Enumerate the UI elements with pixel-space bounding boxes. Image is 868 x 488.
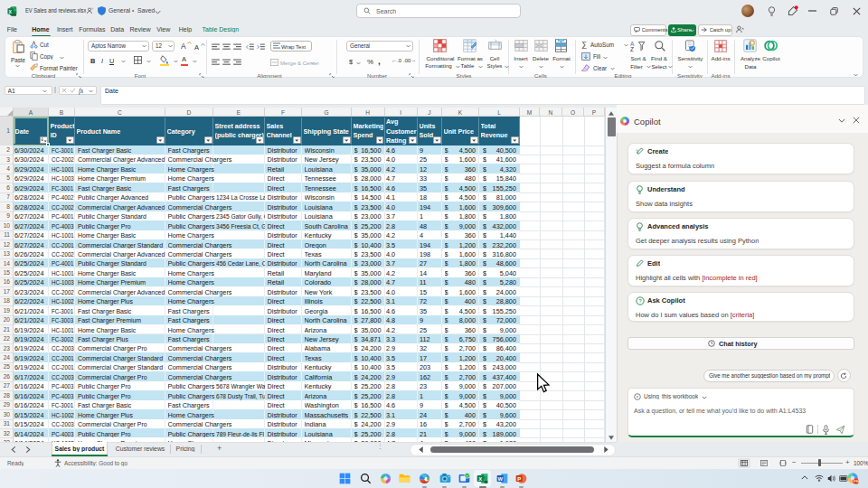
svg-text:Z: Z xyxy=(630,46,634,52)
svg-text:X: X xyxy=(478,476,482,482)
svg-text:?: ? xyxy=(638,298,641,304)
svg-text:W: W xyxy=(497,476,503,482)
svg-text:º: º xyxy=(92,7,94,12)
svg-text:P: P xyxy=(517,476,521,482)
svg-text:PR: PR xyxy=(854,479,859,483)
